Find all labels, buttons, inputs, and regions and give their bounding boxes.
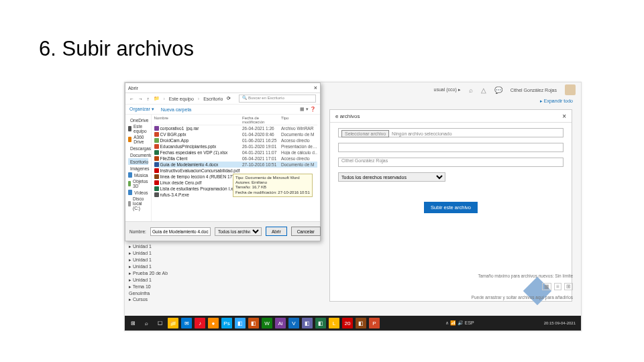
refresh-icon[interactable]: ⟳ <box>227 96 231 101</box>
license-select[interactable]: Todos los derechos reservados <box>338 172 445 182</box>
dialog-footer: Nombre: Todos los archivos (*.*) Abrir C… <box>125 221 320 241</box>
cancel-button[interactable]: Cancelar <box>291 227 321 236</box>
expand-all-link[interactable]: ▸ Expandir todo <box>540 99 573 104</box>
sidebar-item[interactable]: Vídeos <box>128 189 148 196</box>
taskbar-app[interactable]: ♪ <box>195 318 205 328</box>
taskbar-app[interactable]: L <box>329 318 339 328</box>
sidebar-item[interactable]: A360 Drive <box>128 134 148 145</box>
sidebar-item[interactable]: Imágenes <box>128 165 148 172</box>
search-icon[interactable]: ⌕ <box>469 86 473 94</box>
col-type[interactable]: Tipo <box>281 116 317 124</box>
notif-icon[interactable]: △ <box>481 86 486 94</box>
taskbar-app[interactable]: Ai <box>275 318 286 328</box>
taskbar: ⊞⌕☐📁✉♪●Ps◧◧WAiV◧◧L20◧P∧ 📶 🔊 ESP20:15 09-… <box>125 316 581 330</box>
file-tooltip: Tipo: Documento de Microsoft WordAutores… <box>233 174 313 197</box>
nav-up-icon[interactable]: ↑ <box>147 97 150 101</box>
tree-item[interactable]: ▸ Unidad 1 <box>129 263 189 270</box>
no-file-label: Ningún archivo seleccionado <box>392 131 452 136</box>
organize-menu[interactable]: Organizar ▾ <box>129 107 154 112</box>
dialog-search-input[interactable]: 🔍 Buscar en Escritorio <box>239 95 316 103</box>
lms-topbar: usual (cco) ▸ ⌕ △ 💬 Cithel González Roja… <box>315 82 581 97</box>
author-field[interactable]: Cithel González Rojas <box>338 158 564 167</box>
user-name[interactable]: Cithel González Rojas <box>511 88 557 93</box>
taskbar-app[interactable]: ⊞ <box>127 318 138 328</box>
col-date[interactable]: Fecha de modificación <box>242 116 281 124</box>
taskbar-app[interactable]: ◧ <box>315 318 326 328</box>
taskbar-app[interactable]: Ps <box>221 318 232 328</box>
taskbar-app[interactable]: ⌕ <box>141 318 152 328</box>
upload-submit-button[interactable]: Subir este archivo <box>424 202 478 213</box>
file-row[interactable]: Guía de Modelamiento 4.docx27-10-2016 10… <box>154 162 317 168</box>
new-folder-button[interactable]: Nueva carpeta <box>161 107 192 112</box>
taskbar-app[interactable]: ✉ <box>181 318 192 328</box>
dialog-sidebar: OneDriveEste equipoA360 DriveDescargasDo… <box>125 115 152 222</box>
dialog-toolbar: Organizar ▾ Nueva carpeta ▦ ▾ ❓ <box>125 104 320 115</box>
file-row[interactable]: InstructivoEvaluacionConcursabilidad.pdf <box>154 168 317 174</box>
taskbar-app[interactable]: ◧ <box>248 318 259 328</box>
file-row[interactable]: Fechas especiales en VDP (1).xlsx04-01-2… <box>154 149 317 156</box>
tree-item[interactable]: GenoInfra <box>129 290 189 296</box>
tree-item[interactable]: ▸ Tema 10 <box>129 284 189 290</box>
sidebar-item[interactable]: OneDrive <box>128 117 148 123</box>
choose-file-button[interactable]: Seleccionar archivo <box>341 130 389 137</box>
nav-fwd-icon[interactable]: → <box>138 97 143 101</box>
col-name[interactable]: Nombre <box>154 116 242 124</box>
filter-select[interactable]: Todos los archivos (*.*) <box>215 227 262 236</box>
modal-close-icon[interactable]: × <box>562 113 566 120</box>
file-row[interactable]: DroidCam.App01-06-2021 16:25Acceso direc… <box>154 137 317 143</box>
open-button[interactable]: Abrir <box>266 227 287 236</box>
course-tree: ▸ Unidad 1▸ Unidad 1▸ Unidad 1▸ Unidad 1… <box>129 243 189 303</box>
filename-label: Nombre: <box>129 229 146 234</box>
chat-icon[interactable]: 💬 <box>494 86 502 94</box>
max-size-note: Tamaño máximo para archivos nuevos: Sin … <box>478 274 573 278</box>
screenshot-frame: usual (cco) ▸ ⌕ △ 💬 Cithel González Roja… <box>124 82 582 331</box>
nav-back-icon[interactable]: ← <box>129 97 134 101</box>
taskbar-app[interactable]: ◧ <box>235 318 246 328</box>
file-row[interactable]: CV BGR.pptx01-04-2020 8:46Documento de M <box>154 131 317 137</box>
sidebar-item[interactable]: Disco local (C:) <box>128 196 148 211</box>
path-pc[interactable]: Este equipo <box>169 97 194 101</box>
sidebar-item[interactable]: Objetos 3D <box>128 178 148 189</box>
path-root[interactable]: 📁 <box>154 96 160 101</box>
taskbar-app[interactable]: ◧ <box>356 318 366 328</box>
taskbar-app[interactable]: 📁 <box>168 318 178 328</box>
modal-title: e archivos <box>335 113 360 119</box>
view-toggle[interactable]: ▦ ▾ ❓ <box>300 107 316 112</box>
file-row[interactable]: EducandusPrincipiantes.pptx26-01-2020 19… <box>154 143 317 149</box>
tree-item[interactable]: ▸ Unidad 1 <box>129 243 189 250</box>
avatar[interactable] <box>565 84 576 95</box>
tree-item[interactable]: ▸ Prueba 20 de Ab <box>129 270 189 277</box>
taskbar-app[interactable]: ◧ <box>302 318 313 328</box>
course-hint: usual (cco) ▸ <box>434 87 461 93</box>
upload-modal: e archivos × Seleccionar archivo Ningún … <box>329 109 572 302</box>
dialog-title: Abrir <box>128 86 138 90</box>
file-row[interactable]: FileZilla Client06-04-2021 17:01Acceso d… <box>154 156 317 162</box>
sidebar-item[interactable]: Documentos <box>128 152 148 158</box>
file-open-dialog: Abrir × ← → ↑ 📁 › Este equipo › Escritor… <box>125 82 321 241</box>
taskbar-app[interactable]: ● <box>208 318 219 328</box>
filename-input[interactable] <box>150 227 211 236</box>
dialog-close-icon[interactable]: × <box>314 84 317 91</box>
slide-title: 6. Subir archivos <box>39 37 194 61</box>
file-list: Nombre Fecha de modificación Tipo corpor… <box>152 115 320 222</box>
file-row[interactable]: corporativo1_jpg.rar26-04-2021 1:26Archi… <box>154 125 317 131</box>
path-desktop[interactable]: Escritorio <box>203 97 223 101</box>
taskbar-tray[interactable]: ∧ 📶 🔊 ESP <box>445 320 474 326</box>
sidebar-item[interactable]: Descargas <box>128 145 148 152</box>
taskbar-app[interactable]: P <box>369 318 380 328</box>
save-as-field[interactable] <box>338 143 564 152</box>
attachment-field[interactable]: Seleccionar archivo Ningún archivo selec… <box>338 128 564 137</box>
sidebar-item[interactable]: Escritorio <box>128 158 148 165</box>
tree-item[interactable]: ▸ Cursos <box>129 296 189 303</box>
taskbar-clock[interactable]: 20:15 09-04-2021 <box>544 321 578 326</box>
sidebar-item[interactable]: Este equipo <box>128 123 148 134</box>
tree-item[interactable]: ▸ Unidad 1 <box>129 277 189 284</box>
taskbar-app[interactable]: ☐ <box>154 318 165 328</box>
view-icons[interactable]: ▦≡⊞ <box>542 283 573 290</box>
tree-item[interactable]: ▸ Unidad 1 <box>129 250 189 257</box>
sidebar-item[interactable]: Música <box>128 172 148 178</box>
taskbar-app[interactable]: V <box>288 318 299 328</box>
taskbar-app[interactable]: W <box>262 318 272 328</box>
taskbar-app[interactable]: 20 <box>342 318 353 328</box>
tree-item[interactable]: ▸ Unidad 1 <box>129 257 189 263</box>
